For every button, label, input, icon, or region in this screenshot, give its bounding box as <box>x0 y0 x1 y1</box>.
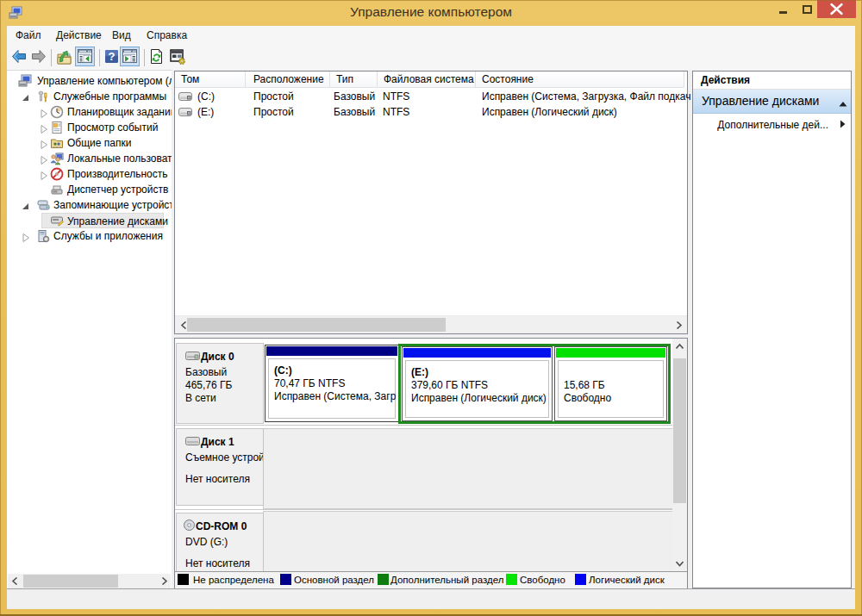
svg-text:?: ? <box>109 50 116 63</box>
